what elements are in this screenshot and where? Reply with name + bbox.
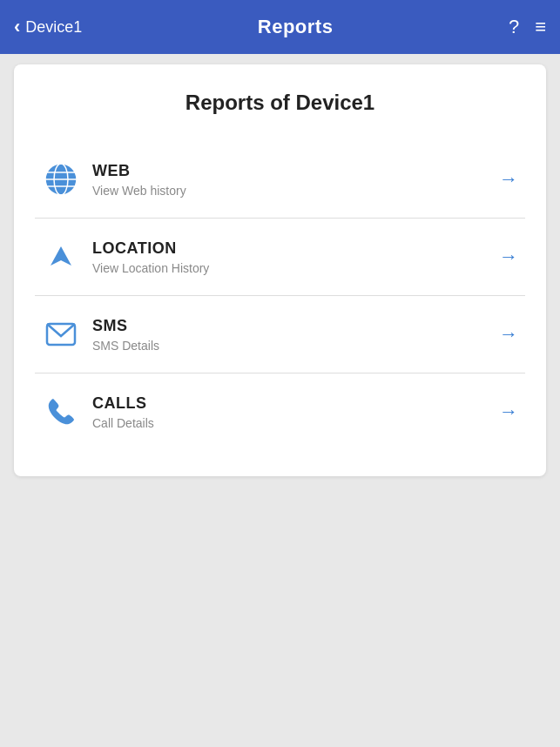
location-label: LOCATION <box>92 239 499 258</box>
web-sublabel: View Web history <box>92 184 499 198</box>
calls-report-item[interactable]: CALLS Call Details → <box>35 374 525 450</box>
calls-arrow-icon: → <box>499 400 518 423</box>
app-header: ‹ Device1 Reports ? ≡ <box>0 0 560 54</box>
sms-sublabel: SMS Details <box>92 339 499 353</box>
header-title: Reports <box>258 16 334 38</box>
sms-report-text: SMS SMS Details <box>92 317 499 353</box>
help-icon[interactable]: ? <box>509 16 519 38</box>
location-report-item[interactable]: LOCATION View Location History → <box>35 219 525 296</box>
sms-label: SMS <box>92 317 499 335</box>
reports-content: Reports of Device1 WEB View Web history … <box>14 64 546 476</box>
location-sublabel: View Location History <box>92 261 499 275</box>
page-title: Reports of Device1 <box>35 91 525 115</box>
web-label: WEB <box>92 162 499 180</box>
location-arrow-icon: → <box>499 246 518 268</box>
calls-icon <box>42 393 80 431</box>
web-report-item[interactable]: WEB View Web history → <box>35 141 525 219</box>
calls-report-text: CALLS Call Details <box>92 394 499 430</box>
calls-sublabel: Call Details <box>92 416 499 430</box>
sms-icon <box>42 315 80 353</box>
back-chevron-icon: ‹ <box>14 16 20 38</box>
header-actions: ? ≡ <box>509 16 546 38</box>
calls-label: CALLS <box>92 394 499 413</box>
back-label: Device1 <box>25 18 82 37</box>
sms-report-item[interactable]: SMS SMS Details → <box>35 296 525 374</box>
svg-marker-6 <box>51 246 71 266</box>
back-button[interactable]: ‹ Device1 <box>14 16 82 38</box>
web-report-text: WEB View Web history <box>92 162 499 198</box>
web-icon <box>42 160 80 199</box>
location-report-text: LOCATION View Location History <box>92 239 499 275</box>
menu-icon[interactable]: ≡ <box>535 16 546 38</box>
web-arrow-icon: → <box>499 168 518 191</box>
location-icon <box>42 238 80 276</box>
sms-arrow-icon: → <box>499 323 518 346</box>
